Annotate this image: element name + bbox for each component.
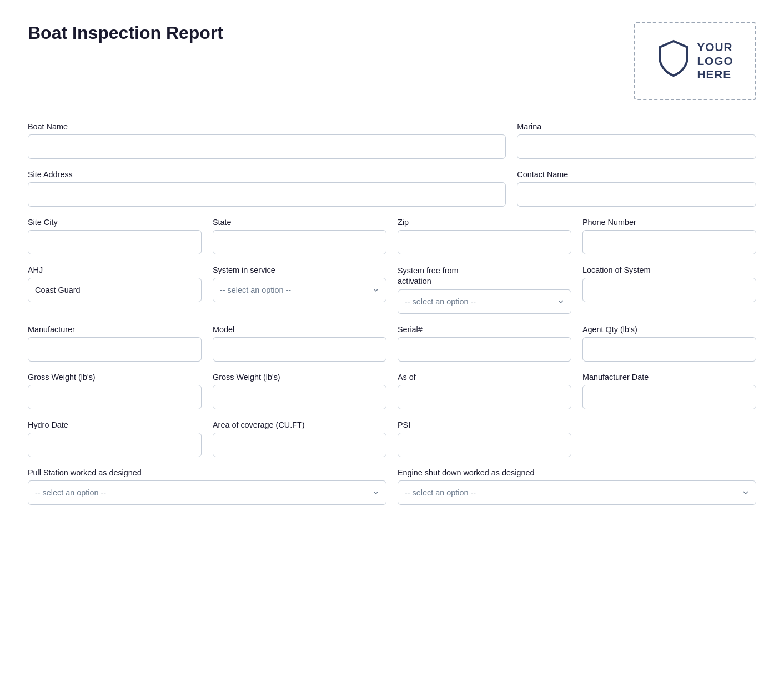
serial-label: Serial# (398, 325, 571, 334)
location-system-label: Location of System (582, 266, 756, 274)
phone-label: Phone Number (582, 218, 756, 227)
boat-name-label: Boat Name (28, 122, 506, 131)
gross-weight-1-input[interactable] (28, 385, 202, 409)
row-weight-date: Gross Weight (lb's) Gross Weight (lb's) … (28, 373, 756, 409)
system-in-service-select[interactable]: -- select an option -- (213, 278, 386, 302)
manufacturer-date-label: Manufacturer Date (582, 373, 756, 382)
manufacturer-date-input[interactable] (582, 385, 756, 409)
field-boat-name: Boat Name (28, 122, 506, 159)
field-site-address: Site Address (28, 170, 506, 207)
site-address-input[interactable] (28, 182, 506, 207)
field-state: State (213, 218, 386, 254)
engine-shut-label: Engine shut down worked as designed (398, 468, 756, 477)
row-boat-marina: Boat Name Marina (28, 122, 756, 159)
field-agent-qty: Agent Qty (lb's) (582, 325, 756, 362)
page-title: Boat Inspection Report (28, 22, 223, 43)
row-site-contact: Site Address Contact Name (28, 170, 756, 207)
form: Boat Name Marina Site Address Contact Na… (28, 122, 756, 516)
serial-input[interactable] (398, 337, 571, 362)
ahj-label: AHJ (28, 266, 202, 274)
field-manufacturer: Manufacturer (28, 325, 202, 362)
field-contact-name: Contact Name (517, 170, 756, 207)
field-model: Model (213, 325, 386, 362)
field-engine-shut: Engine shut down worked as designed -- s… (398, 468, 756, 505)
field-location-system: Location of System (582, 266, 756, 314)
agent-qty-label: Agent Qty (lb's) (582, 325, 756, 334)
gross-weight-1-label: Gross Weight (lb's) (28, 373, 202, 382)
field-area-coverage: Area of coverage (CU.FT) (213, 420, 386, 457)
field-site-city: Site City (28, 218, 202, 254)
row-city-state-zip-phone: Site City State Zip Phone Number (28, 218, 756, 254)
field-system-free: System free from activation -- select an… (398, 266, 571, 314)
agent-qty-input[interactable] (582, 337, 756, 362)
boat-name-input[interactable] (28, 134, 506, 159)
psi-input[interactable] (398, 433, 571, 457)
field-gross-weight-1: Gross Weight (lb's) (28, 373, 202, 409)
pull-station-label: Pull Station worked as designed (28, 468, 386, 477)
location-system-input[interactable] (582, 278, 756, 302)
marina-input[interactable] (517, 134, 756, 159)
field-hydro-date: Hydro Date (28, 420, 202, 457)
field-system-in-service: System in service -- select an option -- (213, 266, 386, 314)
model-label: Model (213, 325, 386, 334)
system-in-service-label: System in service (213, 266, 386, 274)
field-pull-station: Pull Station worked as designed -- selec… (28, 468, 386, 505)
zip-input[interactable] (398, 230, 571, 254)
field-marina: Marina (517, 122, 756, 159)
psi-label: PSI (398, 420, 571, 429)
logo-placeholder: YOUR LOGO HERE (634, 22, 756, 100)
field-as-of: As of (398, 373, 571, 409)
hydro-date-label: Hydro Date (28, 420, 202, 429)
row-hydro-psi: Hydro Date Area of coverage (CU.FT) PSI (28, 420, 756, 457)
model-input[interactable] (213, 337, 386, 362)
manufacturer-label: Manufacturer (28, 325, 202, 334)
site-address-label: Site Address (28, 170, 506, 179)
area-coverage-input[interactable] (213, 433, 386, 457)
field-gross-weight-2: Gross Weight (lb's) (213, 373, 386, 409)
field-phone: Phone Number (582, 218, 756, 254)
marina-label: Marina (517, 122, 756, 131)
row-manufacturer: Manufacturer Model Serial# Agent Qty (lb… (28, 325, 756, 362)
field-serial: Serial# (398, 325, 571, 362)
state-input[interactable] (213, 230, 386, 254)
zip-label: Zip (398, 218, 571, 227)
field-psi: PSI (398, 420, 571, 457)
site-city-label: Site City (28, 218, 202, 227)
logo-text: YOUR LOGO HERE (697, 41, 733, 82)
area-coverage-label: Area of coverage (CU.FT) (213, 420, 386, 429)
contact-name-input[interactable] (517, 182, 756, 207)
site-city-input[interactable] (28, 230, 202, 254)
field-ahj: AHJ (28, 266, 202, 314)
engine-shut-select[interactable]: -- select an option -- (398, 480, 756, 505)
system-free-label: System free from activation (398, 266, 571, 286)
as-of-input[interactable] (398, 385, 571, 409)
contact-name-label: Contact Name (517, 170, 756, 179)
hydro-date-input[interactable] (28, 433, 202, 457)
gross-weight-2-label: Gross Weight (lb's) (213, 373, 386, 382)
pull-station-select[interactable]: -- select an option -- (28, 480, 386, 505)
manufacturer-input[interactable] (28, 337, 202, 362)
page-header: Boat Inspection Report YOUR LOGO HERE (28, 22, 756, 100)
field-manufacturer-date: Manufacturer Date (582, 373, 756, 409)
field-empty-col (582, 420, 756, 457)
gross-weight-2-input[interactable] (213, 385, 386, 409)
as-of-label: As of (398, 373, 571, 382)
phone-input[interactable] (582, 230, 756, 254)
row-ahj-system: AHJ System in service -- select an optio… (28, 266, 756, 314)
field-zip: Zip (398, 218, 571, 254)
system-free-select[interactable]: -- select an option -- (398, 289, 571, 314)
shield-icon (657, 39, 690, 83)
state-label: State (213, 218, 386, 227)
row-pull-engine: Pull Station worked as designed -- selec… (28, 468, 756, 505)
ahj-input[interactable] (28, 278, 202, 302)
